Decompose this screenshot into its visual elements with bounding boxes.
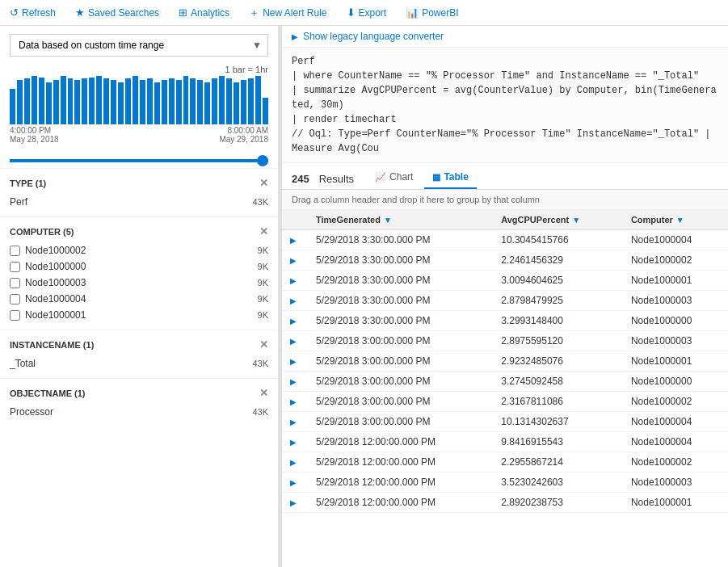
- expand-button[interactable]: ▶: [290, 337, 297, 346]
- table-cell: 5/29/2018 3:30:00.000 PM: [308, 250, 493, 271]
- refresh-button[interactable]: ↺ Refresh: [6, 5, 59, 20]
- histogram-bar: [162, 80, 167, 124]
- avgcpupercent-filter-icon[interactable]: ▼: [572, 216, 580, 225]
- histogram-bar: [111, 80, 116, 124]
- powerbi-icon: 📊: [406, 6, 419, 19]
- histogram-bar: [118, 82, 124, 124]
- main-layout: Data based on custom time range ▼ 1 bar …: [0, 26, 728, 567]
- table-cell: 2.2955867214: [493, 452, 623, 472]
- table-cell: Node1000002: [623, 452, 728, 472]
- axis-right: 8:00:00 AM May 29, 2018: [219, 126, 268, 144]
- histogram-bar: [190, 78, 196, 124]
- table-cell: Node1000002: [623, 250, 728, 271]
- histogram-bar: [53, 80, 59, 124]
- table-cell: 5/29/2018 3:30:00.000 PM: [308, 230, 493, 250]
- chart-icon: 📈: [375, 172, 386, 183]
- computer-filter-header: COMPUTER (5) ✕: [10, 225, 268, 237]
- instancename-filter-close[interactable]: ✕: [259, 338, 268, 351]
- export-button[interactable]: ⬇ Export: [343, 5, 390, 20]
- saved-searches-button[interactable]: ★ Saved Searches: [72, 5, 162, 20]
- instancename-filter-section: INSTANCENAME (1) ✕ _Total 43K: [0, 330, 278, 378]
- time-range-slider[interactable]: [10, 159, 268, 162]
- row-expand-cell: ▶: [282, 472, 308, 493]
- histogram-bar: [219, 76, 225, 124]
- table-row: ▶5/29/2018 12:00:00.000 PM2.2955867214No…: [282, 452, 728, 472]
- expand-button[interactable]: ▶: [290, 357, 297, 366]
- row-expand-cell: ▶: [282, 412, 308, 432]
- col-header-avgcpupercent[interactable]: AvgCPUPercent ▼: [493, 210, 623, 230]
- table-cell: 5/29/2018 3:00:00.000 PM: [308, 331, 493, 351]
- tab-chart[interactable]: 📈 Chart: [367, 168, 421, 189]
- table-row: ▶5/29/2018 3:30:00.000 PM2.2461456329Nod…: [282, 250, 728, 271]
- computer-checkbox-node1000003[interactable]: [10, 278, 20, 288]
- computer-checkbox-node1000001[interactable]: [10, 310, 20, 321]
- expand-button[interactable]: ▶: [290, 478, 297, 487]
- col-header-expand: [282, 210, 308, 230]
- col-header-timegenerated[interactable]: TimeGenerated ▼: [308, 210, 493, 230]
- type-filter-close[interactable]: ✕: [259, 177, 268, 189]
- star-icon: ★: [75, 6, 85, 19]
- expand-button[interactable]: ▶: [290, 236, 297, 245]
- histogram-bar: [226, 78, 232, 124]
- table-cell: 5/29/2018 3:00:00.000 PM: [308, 351, 493, 372]
- expand-button[interactable]: ▶: [290, 256, 297, 265]
- computer-filter-close[interactable]: ✕: [259, 225, 268, 237]
- row-expand-cell: ▶: [282, 331, 308, 351]
- row-expand-cell: ▶: [282, 493, 308, 513]
- objectname-filter-close[interactable]: ✕: [259, 387, 268, 399]
- table-cell: 2.2461456329: [493, 250, 623, 271]
- table-cell: Node1000001: [623, 351, 728, 372]
- chart-axis: 4:00:00 PM May 28, 2018 8:00:00 AM May 2…: [10, 126, 268, 144]
- new-alert-button[interactable]: ＋ New Alert Rule: [246, 4, 330, 22]
- powerbi-button[interactable]: 📊 PowerBI: [402, 5, 461, 20]
- table-cell: 5/29/2018 3:30:00.000 PM: [308, 271, 493, 291]
- table-row: ▶5/29/2018 3:30:00.000 PM2.8798479925Nod…: [282, 291, 728, 311]
- table-cell: 10.1314302637: [493, 412, 623, 432]
- col-header-computer[interactable]: Computer ▼: [623, 210, 728, 230]
- computer-checkbox-node1000004[interactable]: [10, 294, 20, 304]
- right-panel: ▶ Show legacy language converter Perf | …: [282, 26, 728, 567]
- histogram-bar: [169, 78, 175, 124]
- row-expand-cell: ▶: [282, 291, 308, 311]
- results-bar: 245 Results 📈 Chart ▦ Table: [282, 163, 728, 190]
- table-header-row: TimeGenerated ▼ AvgCPUPercent ▼: [282, 210, 728, 230]
- tab-table[interactable]: ▦ Table: [424, 168, 476, 189]
- expand-button[interactable]: ▶: [290, 498, 297, 507]
- table-cell: 5/29/2018 3:30:00.000 PM: [308, 311, 493, 331]
- table-cell: 3.2745092458: [493, 372, 623, 392]
- export-icon: ⬇: [347, 6, 356, 19]
- table-cell: Node1000003: [623, 291, 728, 311]
- table-cell: Node1000000: [623, 372, 728, 392]
- table-cell: 3.5230242603: [493, 472, 623, 493]
- expand-button[interactable]: ▶: [290, 377, 297, 386]
- query-editor[interactable]: Perf | where CounterName == "% Processor…: [282, 48, 728, 163]
- expand-button[interactable]: ▶: [290, 317, 297, 326]
- expand-button[interactable]: ▶: [290, 458, 297, 467]
- computer-filter-icon[interactable]: ▼: [676, 216, 684, 225]
- computer-checkbox-node1000002[interactable]: [10, 246, 20, 256]
- histogram-bar: [204, 82, 210, 124]
- analytics-button[interactable]: ⊞ Analytics: [175, 5, 233, 20]
- row-expand-cell: ▶: [282, 271, 308, 291]
- row-expand-cell: ▶: [282, 392, 308, 412]
- row-expand-cell: ▶: [282, 452, 308, 472]
- computer-checkbox-node1000000[interactable]: [10, 262, 20, 272]
- row-expand-cell: ▶: [282, 311, 308, 331]
- histogram-bar: [248, 78, 254, 124]
- expand-button[interactable]: ▶: [290, 296, 297, 305]
- table-cell: Node1000002: [623, 392, 728, 412]
- table-cell: 2.9232485076: [493, 351, 623, 372]
- histogram-bar: [32, 76, 37, 124]
- timegenerated-filter-icon[interactable]: ▼: [384, 216, 392, 225]
- grid-icon: ⊞: [179, 6, 187, 19]
- expand-button[interactable]: ▶: [290, 397, 297, 406]
- legacy-bar[interactable]: ▶ Show legacy language converter: [282, 26, 728, 48]
- expand-button[interactable]: ▶: [290, 438, 297, 447]
- axis-left: 4:00:00 PM May 28, 2018: [10, 126, 59, 144]
- time-range-select[interactable]: Data based on custom time range: [10, 34, 268, 57]
- type-filter-name: Perf: [10, 196, 27, 208]
- expand-button[interactable]: ▶: [290, 418, 297, 426]
- expand-button[interactable]: ▶: [290, 276, 297, 285]
- range-slider-container: [0, 147, 278, 168]
- table-row: ▶5/29/2018 12:00:00.000 PM9.8416915543No…: [282, 432, 728, 452]
